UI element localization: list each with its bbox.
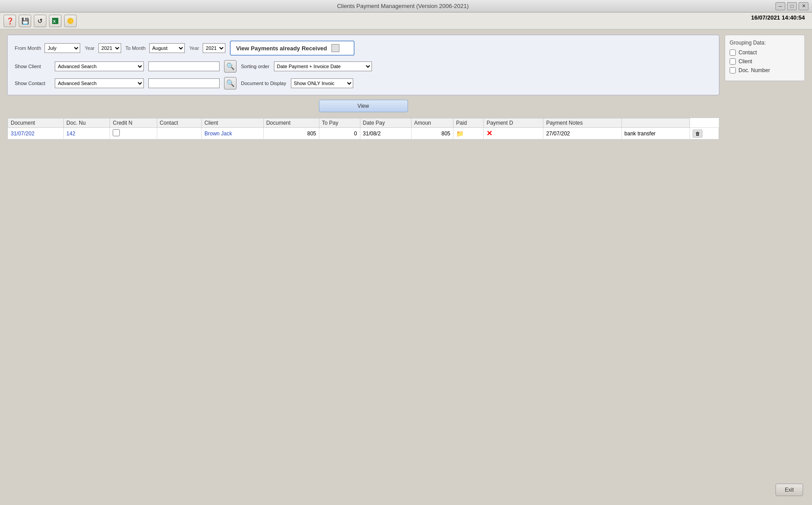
view-payments-button[interactable]: View Payments already Received — [230, 41, 355, 56]
grouping-docnum-label: Doc. Number — [739, 67, 770, 73]
datetime-display: 16/07/2021 14:40:54 — [751, 14, 805, 21]
cell-delete: 🗑 — [690, 128, 719, 139]
table-row: 31/07/202 142 Brown Jack 805 — [8, 128, 719, 139]
col-document: Document — [8, 118, 64, 128]
col-actions — [621, 118, 690, 128]
minimize-button[interactable]: ─ — [775, 2, 785, 10]
toolbar: ❓ 💾 ↺ X ⚡ 16/07/2021 14:40:54 — [0, 12, 812, 29]
cell-document: 31/07/202 — [8, 128, 64, 139]
grouping-title: Grouping Data: — [730, 40, 800, 46]
to-year-label: Year — [189, 45, 199, 51]
document-display-select[interactable]: Show ONLY Invoic Show All Show Payments — [291, 78, 353, 88]
cell-folder: 📁 — [453, 128, 484, 139]
svg-text:X: X — [53, 19, 56, 24]
cell-docvalue: 805 — [263, 128, 319, 139]
excel-button[interactable]: X — [49, 15, 61, 27]
cell-paymentnotes: bank transfer — [621, 128, 690, 139]
paid-x-icon[interactable]: ✕ — [486, 130, 492, 137]
client-search-input[interactable] — [148, 61, 220, 71]
title-bar: Clients Payment Management (Version 2006… — [0, 0, 812, 12]
client-search-select[interactable]: Advanced Search — [55, 61, 144, 71]
cell-paymentdate: 27/07/202 — [543, 128, 622, 139]
col-paymentnotes: Payment Notes — [543, 118, 622, 128]
view-button[interactable]: View — [319, 100, 408, 112]
left-panel: From Month July JanuaryFebruaryMarch Apr… — [7, 35, 719, 140]
client-link[interactable]: Brown Jack — [204, 130, 232, 137]
col-datepay: Date Pay — [360, 118, 411, 128]
cell-topay: 0 — [319, 128, 360, 139]
cell-creditn — [110, 128, 157, 139]
window-controls[interactable]: ─ □ ✕ — [775, 2, 808, 10]
col-client: Client — [202, 118, 264, 128]
grouping-contact-label: Contact — [739, 49, 757, 56]
col-creditn: Credit N — [110, 118, 157, 128]
from-year-group: Year 20192020 2021 20222023 — [85, 43, 121, 53]
show-contact-label: Show Contact — [15, 81, 50, 86]
from-year-select[interactable]: 20192020 2021 20222023 — [98, 43, 121, 53]
flash-button[interactable]: ⚡ — [64, 15, 77, 27]
refresh-button[interactable]: ↺ — [34, 15, 46, 27]
credit-checkbox[interactable] — [113, 129, 120, 136]
sorting-select[interactable]: Date Payment + Invoice Date Invoice Date… — [274, 61, 372, 71]
col-contact: Contact — [157, 118, 201, 128]
to-month-group: To Month JanuaryFebruaryMarch AprilMayJu… — [126, 43, 185, 53]
docnum-link[interactable]: 142 — [66, 130, 75, 137]
table-header-row: Document Doc. Nu Credit N Contact Client… — [8, 118, 719, 128]
show-client-row: Show Client Advanced Search 🔍 Sorting or… — [15, 60, 712, 73]
col-amount: Amoun — [411, 118, 453, 128]
cell-client: Brown Jack — [202, 128, 264, 139]
data-table-container: Document Doc. Nu Credit N Contact Client… — [7, 118, 719, 140]
folder-icon[interactable]: 📁 — [456, 130, 464, 137]
to-month-label: To Month — [126, 45, 146, 51]
col-docnum: Doc. Nu — [64, 118, 110, 128]
grouping-docnum: Doc. Number — [730, 67, 800, 73]
app-title: Clients Payment Management (Version 2006… — [30, 3, 775, 9]
col-paymentd: Payment D — [484, 118, 543, 128]
cell-contact — [157, 128, 201, 139]
maximize-button[interactable]: □ — [787, 2, 797, 10]
save-button[interactable]: 💾 — [19, 15, 31, 27]
sorting-label: Sorting order — [241, 64, 269, 69]
cell-docnum: 142 — [64, 128, 110, 139]
grouping-contact: Contact — [730, 49, 800, 56]
delete-button[interactable]: 🗑 — [693, 130, 702, 138]
document-link[interactable]: 31/07/202 — [11, 130, 34, 137]
view-payments-label: View Payments already Received — [236, 45, 327, 52]
col-docvalue: Document — [263, 118, 319, 128]
cell-amount: 805 — [411, 128, 453, 139]
main-content: From Month July JanuaryFebruaryMarch Apr… — [0, 29, 812, 145]
client-search-button[interactable]: 🔍 — [224, 60, 237, 73]
payments-table: Document Doc. Nu Credit N Contact Client… — [8, 118, 719, 139]
col-topay: To Pay — [319, 118, 360, 128]
close-button[interactable]: ✕ — [799, 2, 808, 10]
from-month-group: From Month July JanuaryFebruaryMarch Apr… — [15, 43, 80, 53]
cell-datepay: 31/08/2 — [360, 128, 411, 139]
grouping-panel: Grouping Data: Contact Client Doc. Numbe… — [725, 35, 805, 81]
show-contact-row: Show Contact Advanced Search 🔍 Document … — [15, 77, 712, 90]
col-paid: Paid — [453, 118, 484, 128]
show-client-label: Show Client — [15, 64, 50, 69]
to-year-group: Year 20192020 2021 20222023 — [189, 43, 225, 53]
grouping-docnum-checkbox[interactable] — [730, 67, 736, 73]
cell-paid-x: ✕ — [484, 128, 543, 139]
document-display-label: Document to Display — [241, 81, 286, 86]
filter-section-top: From Month July JanuaryFebruaryMarch Apr… — [7, 35, 719, 95]
svg-text:⚡: ⚡ — [69, 18, 74, 24]
to-year-select[interactable]: 20192020 2021 20222023 — [203, 43, 225, 53]
grouping-contact-checkbox[interactable] — [730, 49, 736, 56]
from-month-select[interactable]: July JanuaryFebruaryMarch AprilMayJune A… — [45, 43, 80, 53]
contact-search-input[interactable] — [148, 78, 220, 88]
grouping-client: Client — [730, 58, 800, 65]
grouping-client-checkbox[interactable] — [730, 58, 736, 65]
help-button[interactable]: ❓ — [4, 15, 16, 27]
contact-search-button[interactable]: 🔍 — [224, 77, 237, 90]
from-month-label: From Month — [15, 45, 41, 51]
exit-button[interactable]: Exit — [775, 484, 803, 496]
date-filter-row: From Month July JanuaryFebruaryMarch Apr… — [15, 41, 712, 56]
contact-search-select[interactable]: Advanced Search — [55, 78, 144, 88]
view-payments-checkbox[interactable] — [331, 44, 339, 52]
from-year-label: Year — [85, 45, 94, 51]
to-month-select[interactable]: JanuaryFebruaryMarch AprilMayJune July A… — [149, 43, 185, 53]
grouping-client-label: Client — [739, 58, 752, 65]
